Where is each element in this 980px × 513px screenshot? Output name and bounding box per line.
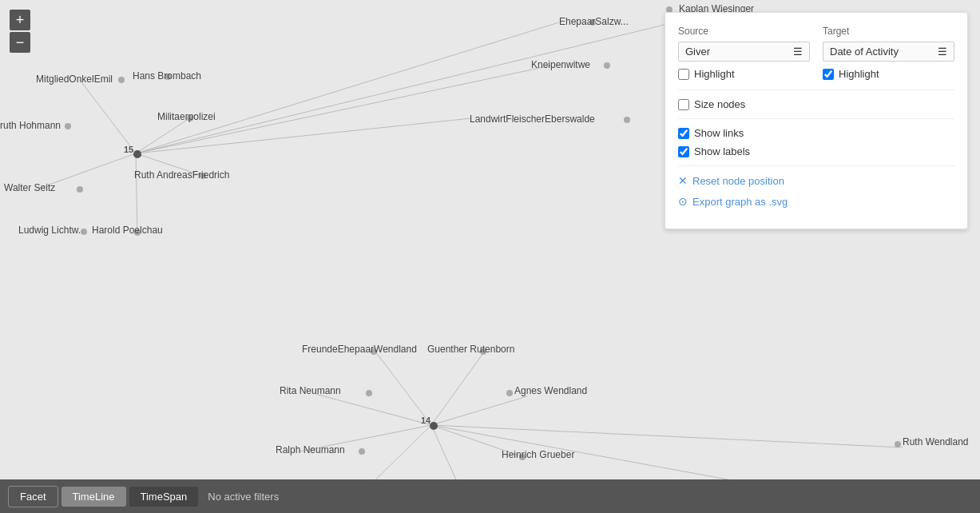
node-label-freunde: FreundeEhepaarWendland: [302, 344, 417, 355]
node-label-mitglied: MitgliedOnkelEmil: [36, 74, 113, 85]
zoom-controls: + −: [10, 10, 30, 53]
settings-panel: Source Giver ☰ Highlight Target Date of …: [665, 12, 968, 229]
bottom-bar: Facet TimeLine TimeSpan No active filter…: [0, 479, 980, 513]
source-label: Source: [678, 26, 810, 37]
reset-icon: ✕: [678, 174, 688, 187]
node-label-agnes: Agnes Wendland: [514, 385, 587, 396]
show-links-row: Show links: [678, 127, 954, 139]
node-dot-harold[interactable]: [134, 229, 141, 236]
svg-line-13: [300, 425, 431, 451]
timespan-button[interactable]: TimeSpan: [129, 487, 199, 507]
target-column: Target Date of Activity ☰ Highlight: [823, 26, 954, 80]
node-label-walter-seitz: Walter Seitz: [4, 182, 55, 193]
node-dot-hub14[interactable]: [430, 422, 438, 430]
node-label-landwirt: LandwirtFleischerEberswalde: [470, 113, 595, 125]
svg-line-14: [431, 425, 526, 458]
show-labels-label: Show labels: [694, 145, 750, 157]
source-dropdown[interactable]: Giver ☰: [678, 42, 810, 62]
node-dot-ralph[interactable]: [359, 448, 365, 455]
timeline-button[interactable]: TimeLine: [61, 487, 126, 507]
node-dot-hans[interactable]: [165, 74, 171, 80]
node-label-heinrich: Heinrich Grueber: [502, 449, 574, 460]
divider-3: [678, 165, 954, 166]
node-dot-landwirt[interactable]: [624, 117, 630, 123]
node-dot-mitglied[interactable]: [118, 77, 125, 83]
node-number-14: 14: [421, 416, 430, 425]
svg-line-10: [431, 350, 486, 425]
node-dot-ruth-wendland[interactable]: [895, 441, 901, 447]
show-links-checkbox[interactable]: [678, 128, 689, 139]
no-filters-text: No active filters: [208, 491, 279, 503]
node-number-15: 15: [124, 145, 133, 154]
show-labels-row: Show labels: [678, 145, 954, 157]
svg-line-7: [136, 153, 137, 233]
svg-line-6: [36, 153, 136, 189]
svg-line-4: [136, 10, 727, 153]
size-nodes-label: Size nodes: [694, 98, 745, 110]
node-dot-freunde[interactable]: [371, 348, 377, 355]
node-label-harold: Harold Poelchau: [92, 225, 163, 236]
node-dot-ehepaar[interactable]: [589, 19, 596, 26]
node-dot-hub15[interactable]: [133, 150, 141, 158]
size-nodes-row: Size nodes: [678, 98, 954, 110]
svg-line-17: [431, 425, 903, 447]
zoom-out-button[interactable]: −: [10, 32, 30, 53]
svg-line-0: [80, 80, 136, 153]
export-icon: ⊙: [678, 195, 688, 208]
svg-line-12: [431, 396, 527, 425]
node-dot-kneipen[interactable]: [604, 62, 610, 69]
divider-1: [678, 89, 954, 90]
svg-line-8: [136, 118, 471, 153]
node-label-ruth-andreas: Ruth AndreasFriedrich: [134, 169, 229, 181]
node-dot-guenther[interactable]: [480, 348, 486, 355]
size-nodes-checkbox[interactable]: [678, 99, 689, 110]
node-dot-ruth-hohmann[interactable]: [65, 123, 71, 129]
node-label-ruth-hohmann: ruth Hohmann: [0, 120, 61, 131]
node-label-rita: Rita Neumann: [280, 385, 341, 396]
svg-line-5: [136, 153, 203, 176]
node-label-kneipen: Kneipenwitwe: [531, 59, 590, 70]
facet-button[interactable]: Facet: [8, 486, 58, 507]
source-highlight-label: Highlight: [694, 68, 735, 80]
source-highlight-checkbox[interactable]: [678, 69, 689, 80]
show-links-label: Show links: [694, 127, 744, 139]
node-label-ralph: Ralph Neumann: [276, 444, 345, 455]
node-dot-militaer[interactable]: [187, 115, 193, 121]
svg-line-2: [136, 66, 551, 153]
node-dot-walter-seitz[interactable]: [77, 186, 83, 193]
node-dot-heinrich[interactable]: [519, 454, 526, 460]
target-highlight-checkbox[interactable]: [823, 69, 834, 80]
target-highlight-label: Highlight: [839, 68, 879, 80]
target-dropdown[interactable]: Date of Activity ☰: [823, 42, 954, 62]
divider-2: [678, 118, 954, 119]
zoom-in-button[interactable]: +: [10, 10, 30, 30]
svg-line-11: [315, 394, 431, 425]
node-dot-ruth-andreas[interactable]: [200, 173, 206, 179]
node-dot-ludwig[interactable]: [81, 229, 87, 235]
node-label-guenther: Guenther Rutenborn: [427, 344, 514, 355]
show-labels-checkbox[interactable]: [678, 146, 689, 157]
node-label-ruth-wendland: Ruth Wendland: [903, 436, 969, 447]
target-menu-icon[interactable]: ☰: [938, 46, 947, 58]
source-column: Source Giver ☰ Highlight: [678, 26, 810, 80]
node-dot-agnes[interactable]: [506, 390, 513, 396]
source-menu-icon[interactable]: ☰: [793, 46, 803, 58]
target-label: Target: [823, 26, 954, 37]
target-value: Date of Activity: [830, 46, 899, 58]
node-label-ludwig: Ludwig Lichtw.: [18, 225, 81, 236]
svg-line-3: [136, 22, 559, 153]
svg-line-9: [375, 352, 431, 425]
source-value: Giver: [685, 46, 710, 58]
node-dot-rita[interactable]: [366, 390, 372, 396]
export-svg-link[interactable]: ⊙ Export graph as .svg: [678, 195, 954, 208]
reset-label: Reset node position: [692, 175, 784, 187]
svg-line-1: [136, 114, 196, 153]
export-label: Export graph as .svg: [692, 196, 788, 208]
reset-node-position-link[interactable]: ✕ Reset node position: [678, 174, 954, 187]
